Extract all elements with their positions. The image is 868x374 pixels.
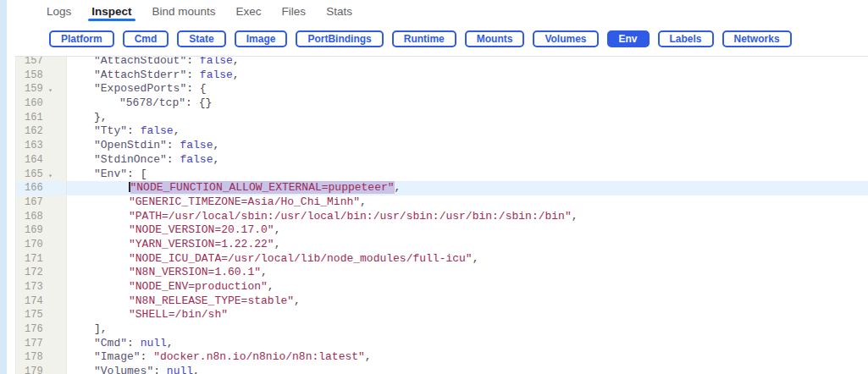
line-number-cell: 174 bbox=[16, 294, 67, 309]
tab-label: Stats bbox=[326, 5, 352, 18]
line-number-cell: 175 bbox=[16, 308, 67, 322]
json-token-punct: : bbox=[167, 153, 180, 166]
code-line-content[interactable]: "NODE_ENV=production", bbox=[67, 280, 868, 294]
json-token-punct: ], bbox=[94, 322, 108, 335]
line-number-cell: 164 bbox=[16, 153, 67, 168]
line-number-cell: 179 bbox=[16, 365, 67, 374]
json-token-punct: : bbox=[153, 365, 167, 374]
json-token-punct: , bbox=[174, 124, 180, 137]
code-line-content[interactable]: "N8N_RELEASE_TYPE=stable", bbox=[67, 294, 868, 309]
json-token-string: "NODE_ENV=production" bbox=[129, 280, 268, 293]
json-token-string: "PATH=/usr/local/sbin:/usr/local/bin:/us… bbox=[129, 210, 572, 223]
json-token-key: "Image" bbox=[94, 350, 141, 363]
json-token-punct: , bbox=[274, 223, 281, 236]
code-line-168: 168"PATH=/usr/local/sbin:/usr/local/bin:… bbox=[16, 210, 868, 224]
code-line-173: 173"NODE_ENV=production", bbox=[16, 280, 868, 294]
code-line-content[interactable]: "NODE_FUNCTION_ALLOW_EXTERNAL=puppeteer"… bbox=[67, 181, 868, 195]
line-number-cell: 178 bbox=[16, 350, 67, 365]
code-line-content[interactable]: "Volumes": null, bbox=[67, 365, 868, 374]
json-token-punct: , bbox=[193, 365, 200, 374]
line-number-cell: 177 bbox=[16, 337, 67, 351]
json-token-punct: : bbox=[186, 82, 200, 95]
line-number: 168 bbox=[25, 211, 43, 223]
code-line-content[interactable]: "Tty": false, bbox=[67, 124, 868, 139]
filter-button-volumes[interactable]: Volumes bbox=[533, 30, 598, 47]
json-token-string: "docker.n8n.io/n8nio/n8n:latest" bbox=[153, 350, 365, 363]
code-line-170: 170"YARN_VERSION=1.22.22", bbox=[16, 238, 868, 252]
line-number: 157 bbox=[25, 56, 43, 67]
line-number: 165 bbox=[25, 168, 43, 180]
code-line-content[interactable]: "StdinOnce": false, bbox=[67, 153, 868, 168]
code-line-content[interactable]: ], bbox=[67, 322, 868, 337]
json-token-key: "Cmd" bbox=[94, 337, 127, 349]
filter-button-platform[interactable]: Platform bbox=[49, 30, 114, 47]
filter-button-runtime[interactable]: Runtime bbox=[392, 30, 456, 47]
tab-exec[interactable]: Exec bbox=[226, 0, 272, 22]
line-number: 159 bbox=[25, 83, 43, 95]
code-line-content[interactable]: }, bbox=[67, 111, 868, 125]
filter-button-portbindings[interactable]: PortBindings bbox=[296, 30, 383, 47]
tab-files[interactable]: Files bbox=[272, 0, 317, 22]
code-line-content[interactable]: "AttachStderr": false, bbox=[67, 69, 868, 83]
code-line-content[interactable]: "N8N_VERSION=1.60.1", bbox=[67, 266, 868, 280]
code-line-169: 169"NODE_VERSION=20.17.0", bbox=[16, 223, 868, 238]
code-line-176: 176], bbox=[16, 322, 868, 337]
line-number: 164 bbox=[25, 154, 43, 166]
filter-button-labels[interactable]: Labels bbox=[658, 30, 714, 47]
code-line-content[interactable]: "Image": "docker.n8n.io/n8nio/n8n:latest… bbox=[67, 350, 868, 365]
json-token-punct: , bbox=[233, 56, 240, 67]
json-token-punct: , bbox=[268, 280, 274, 293]
json-token-punct: }, bbox=[94, 111, 108, 124]
json-token-punct: : bbox=[127, 124, 141, 137]
line-number: 158 bbox=[25, 69, 43, 81]
filter-button-state[interactable]: State bbox=[177, 30, 225, 47]
line-number: 163 bbox=[25, 140, 43, 151]
code-line-158: 158"AttachStderr": false, bbox=[16, 69, 868, 83]
tab-label: Inspect bbox=[91, 5, 131, 18]
tab-stats[interactable]: Stats bbox=[316, 0, 362, 22]
code-line-content[interactable]: "Cmd": null, bbox=[67, 337, 868, 351]
json-token-keyword: false bbox=[200, 56, 233, 67]
json-token-keyword: false bbox=[180, 139, 213, 151]
code-line-164: 164"StdinOnce": false, bbox=[16, 153, 868, 168]
json-token-keyword: false bbox=[200, 69, 233, 81]
code-line-content[interactable]: "SHELL=/bin/sh" bbox=[67, 308, 868, 322]
filter-button-bar: PlatformCmdStateImagePortBindingsRuntime… bbox=[49, 30, 792, 47]
code-line-content[interactable]: "PATH=/usr/local/sbin:/usr/local/bin:/us… bbox=[67, 210, 868, 224]
json-token-punct: , bbox=[213, 139, 219, 151]
code-line-content[interactable]: "GENERIC_TIMEZONE=Asia/Ho_Chi_Minh", bbox=[67, 195, 868, 210]
code-line-167: 167"GENERIC_TIMEZONE=Asia/Ho_Chi_Minh", bbox=[16, 195, 868, 210]
code-line-content[interactable]: "NODE_ICU_DATA=/usr/local/lib/node_modul… bbox=[67, 252, 868, 267]
filter-button-image[interactable]: Image bbox=[235, 30, 288, 47]
tab-bar: LogsInspectBind mountsExecFilesStats bbox=[36, 0, 362, 22]
line-number-cell: 158 bbox=[16, 69, 67, 83]
code-line-content[interactable]: "YARN_VERSION=1.22.22", bbox=[67, 238, 868, 252]
code-rows: 157"AttachStdout": false,158"AttachStder… bbox=[16, 56, 868, 374]
filter-button-cmd[interactable]: Cmd bbox=[123, 30, 169, 47]
tab-label: Files bbox=[282, 5, 307, 18]
json-token-punct: , bbox=[395, 181, 401, 194]
code-line-content[interactable]: "Env": [ bbox=[67, 168, 868, 182]
code-line-content[interactable]: "OpenStdin": false, bbox=[67, 139, 868, 153]
line-number-cell: 169 bbox=[16, 223, 67, 238]
code-line-content[interactable]: "NODE_VERSION=20.17.0", bbox=[67, 223, 868, 238]
json-token-key: "ExposedPorts" bbox=[94, 82, 186, 95]
filter-button-mounts[interactable]: Mounts bbox=[465, 30, 525, 47]
code-line-content[interactable]: "5678/tcp": {} bbox=[67, 96, 868, 111]
line-number: 173 bbox=[25, 281, 43, 293]
tab-inspect[interactable]: Inspect bbox=[81, 0, 141, 22]
container-inspect-view: LogsInspectBind mountsExecFilesStats Pla… bbox=[0, 0, 868, 374]
json-inspect-viewer[interactable]: 157"AttachStdout": false,158"AttachStder… bbox=[15, 56, 868, 374]
filter-button-networks[interactable]: Networks bbox=[722, 30, 792, 47]
code-line-content[interactable]: "ExposedPorts": { bbox=[67, 82, 868, 96]
tab-logs[interactable]: Logs bbox=[36, 0, 81, 22]
code-line-157: 157"AttachStdout": false, bbox=[16, 56, 868, 69]
filter-button-env[interactable]: Env bbox=[607, 30, 650, 47]
json-token-punct: { bbox=[200, 82, 207, 95]
json-token-string: "SHELL=/bin/sh" bbox=[129, 308, 228, 321]
code-line-content[interactable]: "AttachStdout": false, bbox=[67, 56, 868, 69]
json-token-string: "N8N_RELEASE_TYPE=stable" bbox=[129, 294, 294, 307]
json-token-punct: {} bbox=[199, 96, 213, 109]
line-number: 179 bbox=[25, 366, 43, 374]
tab-bind-mounts[interactable]: Bind mounts bbox=[142, 0, 226, 22]
